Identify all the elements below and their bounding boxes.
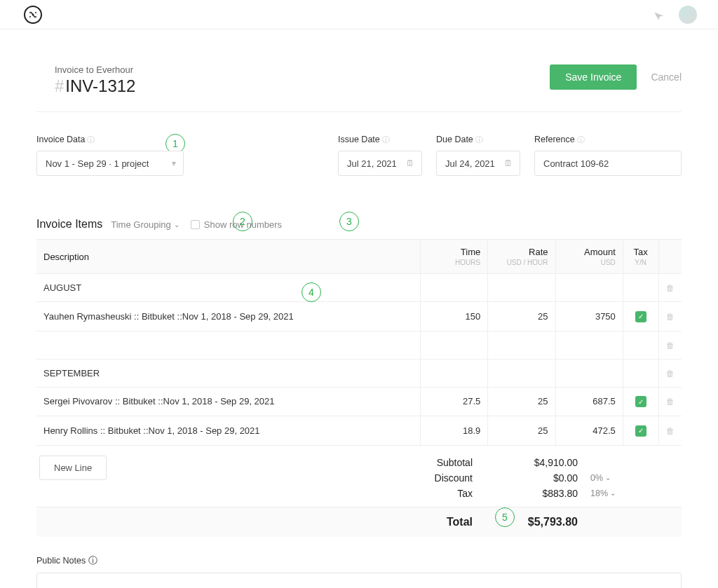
callout-badge-4: 4 (302, 282, 321, 302)
row-time[interactable]: 150 (420, 302, 487, 331)
issue-date-input[interactable]: Jul 21, 2021 🗓 (338, 151, 422, 176)
row-rate[interactable]: 25 (488, 387, 555, 416)
svg-point-3 (29, 16, 31, 18)
table-row[interactable]: Henry Rollins :: Bitbuket ::Nov 1, 2018 … (36, 416, 682, 446)
due-date-field: Due Dateⓘ Jul 24, 2021 🗓 (436, 135, 520, 176)
group-label: AUGUST (36, 274, 420, 302)
save-button[interactable]: Save Invoice (550, 64, 637, 90)
delete-icon[interactable]: 🗑 (666, 369, 675, 378)
invoice-to: Invoice to Everhour (55, 64, 135, 75)
calendar-icon: 🗓 (406, 158, 414, 168)
row-rate[interactable] (488, 331, 555, 359)
col-amount: AmountUSD (555, 240, 623, 274)
col-tax: TaxY/N (623, 240, 658, 274)
row-tax[interactable] (623, 331, 658, 359)
invoice-items-header: Invoice Items Time Grouping ⌄ Show row n… (36, 218, 682, 239)
invoice-number-value: INV-1312 (65, 76, 135, 95)
row-description[interactable] (36, 331, 420, 359)
invoice-number: #INV-1312 (55, 76, 135, 96)
totals-block: Subtotal $4,910.00 Discount $0.00 0%⌄ Ta… (36, 455, 682, 537)
row-amount[interactable]: 472.5 (555, 416, 623, 446)
total-label: Total (36, 516, 485, 528)
table-row[interactable]: Sergei Pivovarov :: Bitbuket ::Nov 1, 20… (36, 387, 682, 416)
reference-label: Reference (534, 135, 575, 144)
col-actions (658, 240, 682, 274)
app-logo (24, 6, 42, 24)
cancel-link[interactable]: Cancel (651, 71, 682, 83)
issue-date-value: Jul 21, 2021 (347, 158, 397, 169)
reference-input[interactable]: Contract 109-62 (534, 151, 682, 176)
row-time[interactable]: 18.9 (420, 416, 487, 446)
chevron-down-icon: ⌄ (610, 489, 616, 497)
calendar-icon: 🗓 (504, 158, 513, 168)
col-time: TimeHOURS (420, 240, 487, 274)
topbar (0, 0, 718, 29)
issue-date-field: Issue Dateⓘ Jul 21, 2021 🗓 (338, 135, 422, 176)
invoice-data-field: Invoice Dataⓘ Nov 1 - Sep 29 · 1 project… (36, 135, 184, 176)
due-date-input[interactable]: Jul 24, 2021 🗓 (436, 151, 520, 176)
tax-checked-icon[interactable]: ✓ (635, 425, 646, 437)
notifications-icon[interactable] (652, 8, 666, 22)
user-avatar[interactable] (679, 6, 697, 24)
info-icon: ⓘ (87, 135, 95, 144)
tax-checked-icon[interactable]: ✓ (635, 396, 646, 407)
discount-value: $0.00 (485, 472, 583, 484)
invoice-data-select[interactable]: Nov 1 - Sep 29 · 1 project ▾ (36, 151, 184, 176)
row-amount[interactable] (555, 331, 623, 359)
checkbox-icon (191, 220, 200, 229)
delete-icon[interactable]: 🗑 (666, 426, 675, 436)
row-description[interactable]: Sergei Pivovarov :: Bitbuket ::Nov 1, 20… (36, 387, 420, 416)
svg-line-5 (31, 12, 33, 15)
public-notes-label: Public Notes (36, 556, 86, 566)
chevron-down-icon: ⌄ (605, 474, 611, 481)
info-icon: ⓘ (577, 135, 585, 144)
tax-checked-icon[interactable]: ✓ (635, 311, 646, 322)
info-icon: ⓘ (475, 135, 483, 144)
table-row[interactable]: 🗑 (36, 331, 682, 359)
row-description[interactable]: Yauhen Rymasheuski :: Bitbuket ::Nov 1, … (36, 302, 420, 331)
issue-date-label: Issue Date (338, 135, 380, 144)
discount-label: Discount (36, 472, 485, 484)
svg-point-2 (35, 12, 36, 13)
reference-value: Contract 109-62 (543, 158, 609, 169)
delete-icon[interactable]: 🗑 (666, 397, 675, 406)
tax-label: Tax (36, 488, 485, 499)
row-rate[interactable]: 25 (488, 302, 555, 331)
due-date-label: Due Date (436, 135, 473, 144)
invoice-header: Invoice to Everhour #INV-1312 Save Invoi… (36, 64, 682, 111)
row-tax[interactable]: ✓ (623, 416, 658, 446)
info-icon: ⓘ (86, 556, 97, 566)
subtotal-label: Subtotal (36, 457, 485, 468)
invoice-fields: Invoice Dataⓘ Nov 1 - Sep 29 · 1 project… (36, 112, 682, 176)
group-label: SEPTEMBER (36, 359, 420, 387)
row-tax[interactable]: ✓ (623, 302, 658, 331)
table-group-row: AUGUST🗑 (36, 274, 682, 302)
invoice-data-label: Invoice Data (36, 135, 85, 144)
delete-icon[interactable]: 🗑 (666, 312, 675, 322)
row-tax[interactable]: ✓ (623, 387, 658, 416)
tax-pct-select[interactable]: 18%⌄ (583, 488, 618, 498)
delete-icon[interactable]: 🗑 (666, 283, 675, 293)
filter-icon: ▾ (172, 158, 176, 168)
discount-pct-select[interactable]: 0%⌄ (583, 473, 618, 483)
invoice-card: Invoice to Everhour #INV-1312 Save Invoi… (18, 46, 700, 588)
callout-badge-2: 2 (233, 212, 252, 231)
public-notes-input[interactable] (36, 573, 682, 589)
callout-badge-3: 3 (339, 212, 359, 231)
col-rate: RateUSD / HOUR (488, 240, 555, 274)
row-amount[interactable]: 3750 (555, 302, 623, 331)
row-time[interactable] (420, 331, 487, 359)
col-description: Description (36, 240, 420, 274)
delete-icon[interactable]: 🗑 (666, 341, 675, 350)
callout-badge-5: 5 (495, 507, 515, 527)
row-rate[interactable]: 25 (488, 416, 555, 446)
row-time[interactable]: 27.5 (420, 387, 487, 416)
time-grouping-select[interactable]: Time Grouping ⌄ (111, 219, 180, 230)
table-group-row: SEPTEMBER🗑 (36, 359, 682, 387)
row-description[interactable]: Henry Rollins :: Bitbuket ::Nov 1, 2018 … (36, 416, 420, 446)
table-row[interactable]: Yauhen Rymasheuski :: Bitbuket ::Nov 1, … (36, 302, 682, 331)
invoice-items-table: Description TimeHOURS RateUSD / HOUR Amo… (36, 239, 682, 446)
row-amount[interactable]: 687.5 (555, 387, 623, 416)
invoice-data-value: Nov 1 - Sep 29 · 1 project (46, 158, 149, 169)
due-date-value: Jul 24, 2021 (445, 158, 495, 169)
